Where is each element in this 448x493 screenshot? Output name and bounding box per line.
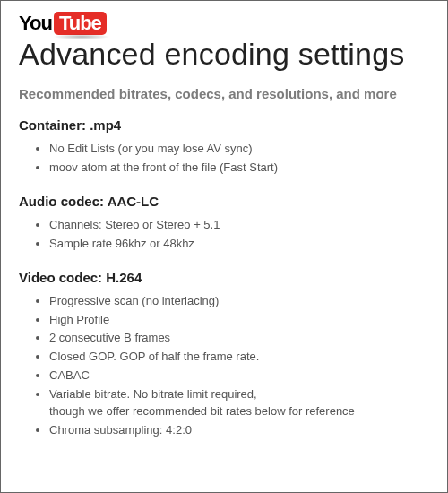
list-item: Chroma subsampling: 4:2:0 <box>49 421 429 440</box>
section-head-video: Video codec: H.264 <box>19 270 429 285</box>
list-item: Closed GOP. GOP of half the frame rate. <box>49 348 429 367</box>
logo-tube-wrap: Tube <box>54 12 107 35</box>
section-value: AAC-LC <box>108 194 159 209</box>
page-title: Advanced encoding settings <box>19 37 429 72</box>
logo-you-text: You <box>19 12 52 35</box>
list-item: High Profile <box>49 311 429 330</box>
page: You Tube Advanced encoding settings Reco… <box>0 0 448 493</box>
section-value: H.264 <box>106 270 142 285</box>
list-item: moov atom at the front of the file (Fast… <box>49 159 429 177</box>
page-subtitle: Recommended bitrates, codecs, and resolu… <box>19 86 429 101</box>
container-list: No Edit Lists (or you may lose AV sync) … <box>19 140 429 177</box>
section-label: Container: <box>19 117 90 133</box>
list-item: Variable bitrate. No bitrate limit requi… <box>49 385 429 421</box>
list-item: CABAC <box>49 367 429 385</box>
list-item: 2 consecutive B frames <box>49 329 429 348</box>
list-item: Progressive scan (no interlacing) <box>49 292 429 311</box>
section-label: Audio codec: <box>19 194 108 209</box>
section-label: Video codec: <box>19 270 106 285</box>
section-head-audio: Audio codec: AAC-LC <box>19 194 429 209</box>
section-head-container: Container: .mp4 <box>19 117 429 133</box>
video-list: Progressive scan (no interlacing) High P… <box>19 292 429 440</box>
audio-list: Channels: Stereo or Stereo + 5.1 Sample … <box>19 216 429 254</box>
list-item: Sample rate 96khz or 48khz <box>49 235 429 254</box>
list-item: No Edit Lists (or you may lose AV sync) <box>49 140 429 159</box>
logo-tube-text: Tube <box>54 12 107 35</box>
youtube-logo: You Tube <box>19 12 429 35</box>
section-value: .mp4 <box>90 117 121 133</box>
list-item: Channels: Stereo or Stereo + 5.1 <box>49 216 429 235</box>
